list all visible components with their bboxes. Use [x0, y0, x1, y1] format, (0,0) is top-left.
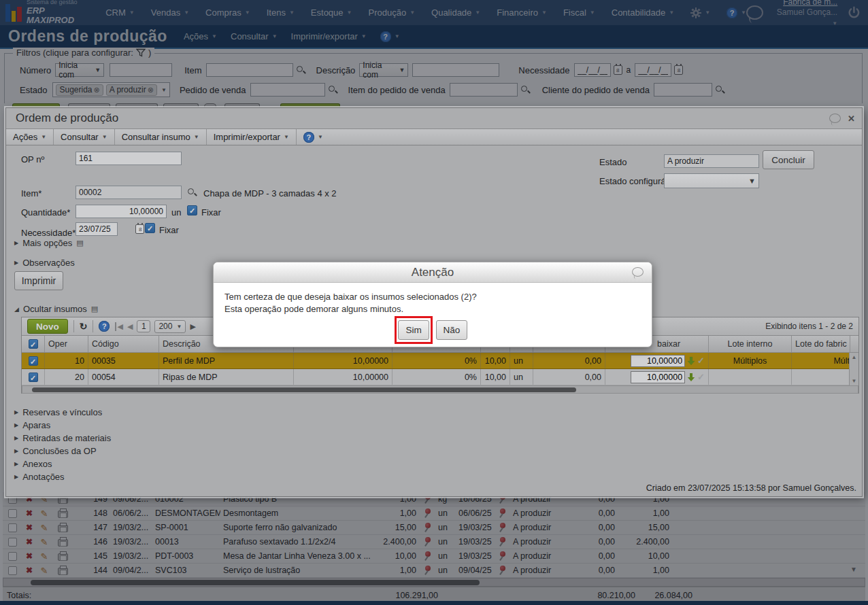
chat-bubble-icon[interactable] — [632, 267, 644, 277]
app-root: Sistema de gestão ERP MAXIPROD CRM▼ Vend… — [0, 0, 868, 605]
dialog-titlebar[interactable]: Atenção — [214, 262, 652, 283]
dialog-message-line2: Esta operação pode demorar alguns minuto… — [224, 303, 641, 315]
sim-button[interactable]: Sim — [398, 320, 429, 340]
atencao-dialog: Atenção Tem certeza de que deseja baixar… — [213, 262, 652, 347]
dialog-title: Atenção — [214, 266, 652, 279]
dialog-message-line1: Tem certeza de que deseja baixar os insu… — [224, 291, 641, 303]
nao-button[interactable]: Não — [436, 320, 467, 340]
